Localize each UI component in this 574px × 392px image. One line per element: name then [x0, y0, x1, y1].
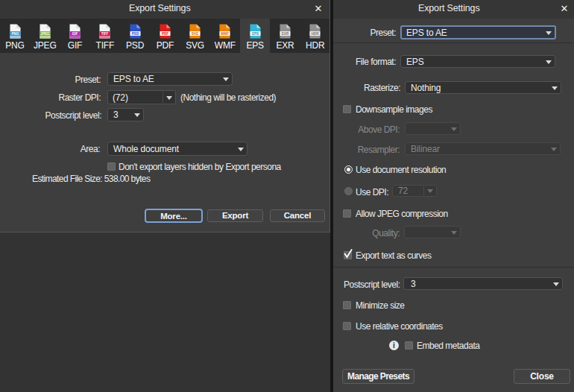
svg-text:PNG: PNG — [11, 32, 19, 36]
svg-text:GIF: GIF — [72, 32, 78, 36]
svg-text:JPEG: JPEG — [40, 32, 50, 36]
svg-text:PDF: PDF — [162, 32, 168, 36]
svg-text:PSD: PSD — [131, 32, 139, 36]
svg-text:EXR: EXR — [282, 32, 289, 36]
svg-text:SVG: SVG — [192, 32, 199, 36]
svg-text:HDR: HDR — [312, 32, 320, 36]
svg-text:EPS: EPS — [252, 32, 259, 36]
svg-text:WMF: WMF — [221, 32, 229, 36]
svg-text:TIFF: TIFF — [101, 32, 109, 36]
